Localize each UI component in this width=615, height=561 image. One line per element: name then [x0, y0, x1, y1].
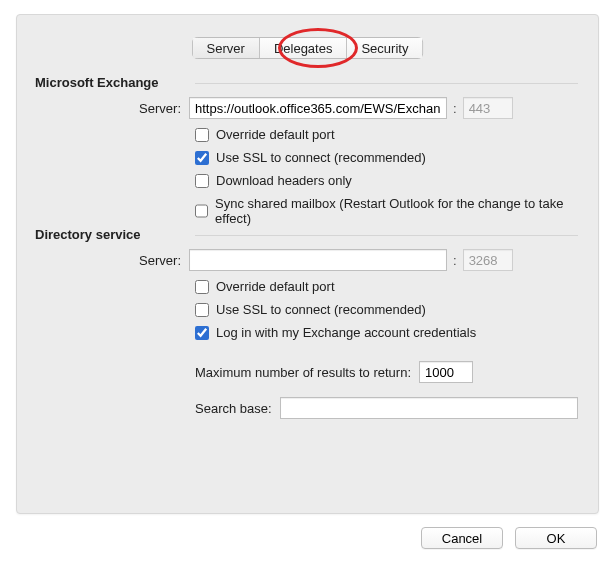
ok-button-label: OK [547, 531, 566, 546]
tab-security-label: Security [361, 41, 408, 56]
exchange-check-headers-only-label: Download headers only [216, 173, 352, 188]
exchange-check-override-port-box[interactable] [195, 128, 209, 142]
settings-panel: Server Delegates Security Microsoft Exch… [16, 14, 599, 514]
search-base-label: Search base: [195, 401, 272, 416]
directory-check-override-port-label: Override default port [216, 279, 335, 294]
max-results-input[interactable] [419, 361, 473, 383]
search-base-input[interactable] [280, 397, 578, 419]
cancel-button[interactable]: Cancel [421, 527, 503, 549]
exchange-port-input [463, 97, 513, 119]
exchange-check-headers-only-box[interactable] [195, 174, 209, 188]
exchange-check-use-ssl-box[interactable] [195, 151, 209, 165]
directory-check-use-ssl-label: Use SSL to connect (recommended) [216, 302, 426, 317]
exchange-check-sync-shared-box[interactable] [195, 204, 208, 218]
tab-delegates-label: Delegates [274, 41, 333, 56]
exchange-check-sync-shared-label: Sync shared mailbox (Restart Outlook for… [215, 196, 578, 226]
tab-bar: Server Delegates Security [192, 37, 424, 59]
exchange-port-sep: : [447, 101, 463, 116]
exchange-check-override-port[interactable]: Override default port [195, 127, 578, 142]
ok-button[interactable]: OK [515, 527, 597, 549]
directory-check-use-ssl[interactable]: Use SSL to connect (recommended) [195, 302, 578, 317]
tab-server-label: Server [207, 41, 245, 56]
section-title-directory: Directory service [35, 227, 141, 242]
exchange-server-label: Server: [17, 101, 189, 116]
section-title-exchange: Microsoft Exchange [35, 75, 159, 90]
exchange-check-override-port-label: Override default port [216, 127, 335, 142]
tab-delegates[interactable]: Delegates [260, 38, 348, 58]
directory-check-override-port[interactable]: Override default port [195, 279, 578, 294]
exchange-check-use-ssl[interactable]: Use SSL to connect (recommended) [195, 150, 578, 165]
directory-check-override-port-box[interactable] [195, 280, 209, 294]
directory-check-login-exchange[interactable]: Log in with my Exchange account credenti… [195, 325, 578, 340]
max-results-label: Maximum number of results to return: [195, 365, 411, 380]
divider-exchange [195, 83, 578, 84]
tab-server[interactable]: Server [193, 38, 260, 58]
directory-server-input[interactable] [189, 249, 447, 271]
cancel-button-label: Cancel [442, 531, 482, 546]
exchange-check-headers-only[interactable]: Download headers only [195, 173, 578, 188]
tab-security[interactable]: Security [347, 38, 422, 58]
directory-check-login-exchange-label: Log in with my Exchange account credenti… [216, 325, 476, 340]
dialog-buttons: Cancel OK [421, 527, 597, 549]
directory-port-input [463, 249, 513, 271]
exchange-server-input[interactable] [189, 97, 447, 119]
directory-check-use-ssl-box[interactable] [195, 303, 209, 317]
directory-port-sep: : [447, 253, 463, 268]
divider-directory [195, 235, 578, 236]
directory-server-label: Server: [17, 253, 189, 268]
exchange-check-use-ssl-label: Use SSL to connect (recommended) [216, 150, 426, 165]
directory-check-login-exchange-box[interactable] [195, 326, 209, 340]
exchange-check-sync-shared[interactable]: Sync shared mailbox (Restart Outlook for… [195, 196, 578, 226]
